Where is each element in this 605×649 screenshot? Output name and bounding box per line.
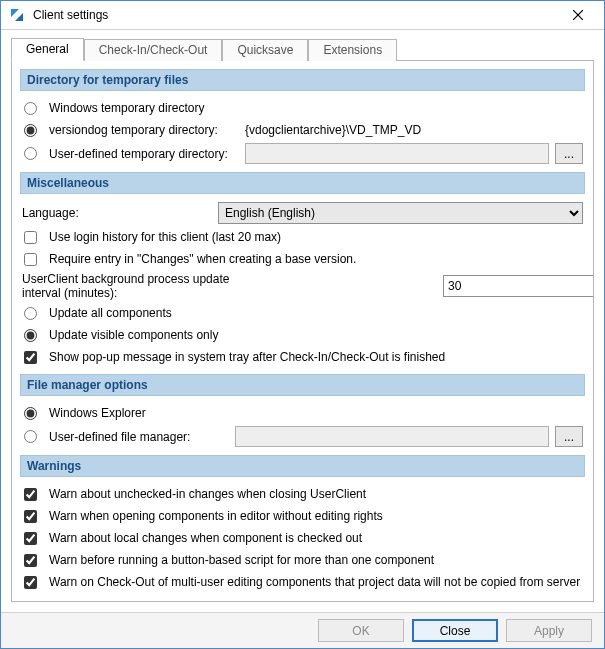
label-show-popup: Show pop-up message in system tray after… [49, 350, 445, 364]
input-tmp-user-path[interactable] [245, 143, 549, 164]
checkbox-login-history[interactable] [24, 231, 37, 244]
browse-fm-user-button[interactable]: ... [555, 426, 583, 447]
section-header-filemanager: File manager options [20, 374, 585, 396]
svg-marker-0 [11, 9, 19, 17]
checkbox-warn-unchecked-in[interactable] [24, 488, 37, 501]
checkbox-warn-button-script[interactable] [24, 554, 37, 567]
window-title: Client settings [33, 8, 558, 22]
label-warn-button-script: Warn before running a button-based scrip… [49, 553, 434, 567]
label-tmp-vdog: versiondog temporary directory: [49, 123, 239, 137]
label-warn-no-edit-rights: Warn when opening components in editor w… [49, 509, 383, 523]
section-header-tempfiles: Directory for temporary files [20, 69, 585, 91]
label-fm-explorer: Windows Explorer [49, 406, 146, 420]
dialog-footer: OK Close Apply [1, 612, 604, 648]
select-language[interactable]: English (English) [218, 202, 583, 224]
client-area: General Check-In/Check-Out Quicksave Ext… [1, 30, 604, 612]
apply-button[interactable]: Apply [506, 619, 592, 642]
browse-tmp-user-path-button[interactable]: ... [555, 143, 583, 164]
label-tmp-user: User-defined temporary directory: [49, 147, 239, 161]
label-update-visible: Update visible components only [49, 328, 218, 342]
tab-extensions[interactable]: Extensions [308, 39, 397, 61]
dialog-window: Client settings General Check-In/Check-O… [0, 0, 605, 649]
radio-fm-explorer[interactable] [24, 407, 37, 420]
ok-button[interactable]: OK [318, 619, 404, 642]
checkbox-warn-no-edit-rights[interactable] [24, 510, 37, 523]
section-header-warnings: Warnings [20, 455, 585, 477]
tab-checkinout[interactable]: Check-In/Check-Out [84, 39, 223, 61]
checkbox-require-changes[interactable] [24, 253, 37, 266]
label-language: Language: [22, 206, 212, 220]
label-warn-unchecked-in: Warn about unchecked-in changes when clo… [49, 487, 366, 501]
radio-update-visible[interactable] [24, 329, 37, 342]
label-login-history: Use login history for this client (last … [49, 230, 281, 244]
app-icon [9, 7, 25, 23]
radio-tmp-windows[interactable] [24, 102, 37, 115]
checkbox-show-popup[interactable] [24, 351, 37, 364]
checkbox-warn-local-changes[interactable] [24, 532, 37, 545]
svg-marker-1 [15, 13, 23, 21]
radio-tmp-vdog[interactable] [24, 124, 37, 137]
radio-tmp-user[interactable] [24, 147, 37, 160]
label-warn-local-changes: Warn about local changes when component … [49, 531, 362, 545]
tab-strip: General Check-In/Check-Out Quicksave Ext… [11, 38, 594, 60]
label-warn-multiuser-checkout: Warn on Check-Out of multi-user editing … [49, 575, 580, 589]
label-update-all: Update all components [49, 306, 172, 320]
radio-update-all[interactable] [24, 307, 37, 320]
radio-fm-user[interactable] [24, 430, 37, 443]
window-close-button[interactable] [558, 1, 598, 29]
label-bg-update-interval: UserClient background process update int… [22, 272, 292, 300]
title-bar: Client settings [1, 1, 604, 30]
checkbox-warn-multiuser-checkout[interactable] [24, 576, 37, 589]
label-tmp-windows: Windows temporary directory [49, 101, 204, 115]
input-fm-user-path[interactable] [235, 426, 549, 447]
section-header-misc: Miscellaneous [20, 172, 585, 194]
value-tmp-vdog-path: {vdogclientarchive}\VD_TMP_VD [245, 123, 421, 137]
label-require-changes: Require entry in "Changes" when creating… [49, 252, 356, 266]
input-bg-update-interval[interactable] [443, 275, 594, 297]
tab-quicksave[interactable]: Quicksave [222, 39, 308, 61]
close-button[interactable]: Close [412, 619, 498, 642]
spinner-bg-update-interval[interactable]: ▴ ▾ [443, 275, 583, 297]
label-fm-user: User-defined file manager: [49, 430, 229, 444]
tab-general[interactable]: General [11, 38, 84, 61]
tab-page-general: Directory for temporary files Windows te… [11, 60, 594, 602]
